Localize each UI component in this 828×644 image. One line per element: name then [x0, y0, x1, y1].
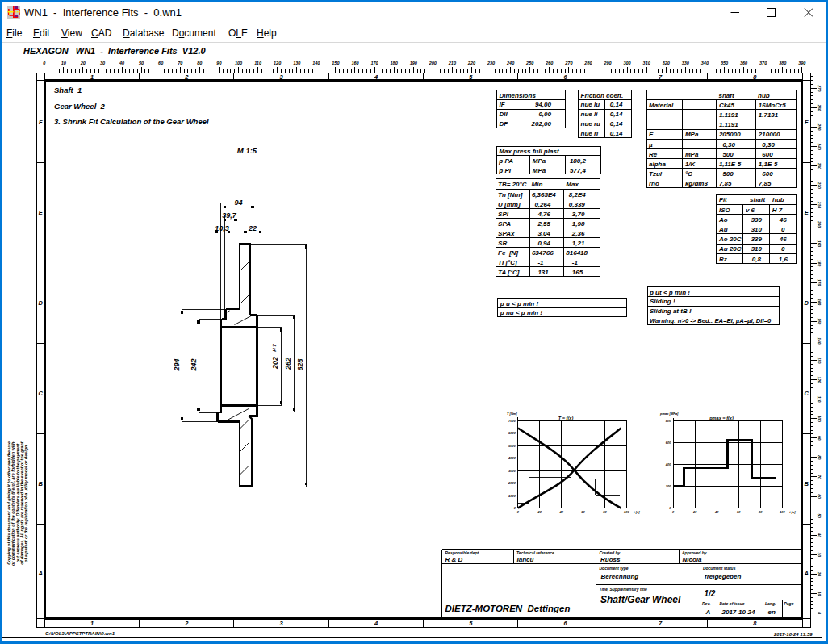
svg-text:0,94: 0,94	[537, 240, 550, 247]
svg-text:D: D	[804, 299, 809, 307]
svg-text:0,8: 0,8	[752, 256, 762, 263]
svg-text:4,76: 4,76	[537, 211, 550, 218]
svg-text:TA [°C]: TA [°C]	[498, 269, 520, 276]
svg-text:alpha: alpha	[649, 161, 666, 168]
svg-text:0,30: 0,30	[762, 141, 775, 148]
svg-text:C: C	[38, 390, 43, 397]
svg-text:SPA: SPA	[498, 220, 511, 228]
svg-text:C:\VOL3\APPSTPTRAIN\0.wn1: C:\VOL3\APPSTPTRAIN\0.wn1	[45, 631, 115, 636]
svg-text:94,00: 94,00	[535, 101, 552, 108]
svg-text:170: 170	[370, 61, 378, 65]
svg-text:Ruoss: Ruoss	[600, 556, 621, 563]
svg-text:20: 20	[817, 571, 821, 577]
svg-text:1,11E-5: 1,11E-5	[719, 161, 742, 168]
svg-text:0: 0	[817, 612, 821, 614]
svg-text:340: 340	[701, 61, 709, 65]
svg-text:1,98: 1,98	[572, 220, 585, 228]
svg-text:339: 339	[751, 236, 763, 243]
svg-text:290: 290	[603, 61, 611, 65]
svg-text:94: 94	[234, 199, 242, 207]
svg-text:Shaft 1: Shaft 1	[54, 86, 82, 94]
svg-text:80: 80	[759, 510, 763, 514]
svg-text:Sliding !: Sliding !	[650, 298, 675, 305]
svg-text:Title, Supplementary title: Title, Supplementary title	[600, 587, 648, 592]
svg-text:pmax [MPa]: pmax [MPa]	[659, 412, 679, 416]
svg-text:60: 60	[581, 510, 585, 514]
svg-text:240: 240	[506, 61, 514, 65]
svg-text:0: 0	[517, 510, 520, 514]
svg-text:310: 310	[751, 245, 763, 253]
svg-text:339: 339	[751, 216, 763, 224]
svg-text:1,6: 1,6	[779, 256, 788, 263]
svg-text:250: 250	[525, 61, 533, 65]
svg-text:°C: °C	[685, 170, 692, 178]
svg-text:B: B	[38, 480, 43, 487]
svg-text:IF: IF	[500, 101, 506, 108]
svg-text:260: 260	[817, 103, 821, 111]
svg-text:310: 310	[751, 226, 763, 233]
svg-text:t [s]: t [s]	[634, 510, 640, 514]
svg-text:Friction coeff.: Friction coeff.	[581, 92, 624, 99]
svg-text:260: 260	[545, 61, 553, 65]
svg-text:202,00: 202,00	[531, 120, 552, 128]
svg-text:MPa: MPa	[533, 167, 546, 174]
svg-text:90: 90	[817, 436, 821, 441]
svg-text:Ck45: Ck45	[719, 102, 735, 109]
svg-text:Date of issue: Date of issue	[719, 601, 744, 606]
svg-text:240: 240	[817, 143, 821, 150]
svg-text:Shaft/Gear Wheel: Shaft/Gear Wheel	[600, 594, 681, 605]
svg-text:3,04: 3,04	[537, 230, 550, 237]
svg-text:40: 40	[714, 510, 719, 514]
svg-text:46: 46	[779, 216, 787, 224]
svg-text:p ut < p min !: p ut < p min !	[649, 289, 690, 296]
svg-text:4: 4	[374, 73, 378, 81]
svg-text:p PI: p PI	[498, 167, 511, 174]
svg-text:1.1191: 1.1191	[719, 111, 738, 119]
svg-text:190: 190	[817, 240, 821, 247]
svg-text:0: 0	[781, 226, 785, 233]
svg-text:10: 10	[61, 61, 66, 65]
svg-text:20: 20	[80, 61, 86, 65]
svg-text:230: 230	[487, 61, 495, 65]
svg-text:180: 180	[391, 61, 398, 65]
svg-text:Material: Material	[649, 102, 674, 109]
svg-text:180: 180	[817, 260, 821, 266]
svg-text:t [s]: t [s]	[789, 510, 796, 514]
svg-text:7000: 7000	[508, 419, 516, 423]
svg-text:140: 140	[817, 337, 821, 344]
svg-text:Document status: Document status	[703, 566, 736, 571]
svg-text:Approved by: Approved by	[681, 550, 707, 555]
svg-text:1.1191: 1.1191	[719, 121, 738, 128]
svg-text:1/2: 1/2	[705, 589, 716, 598]
svg-text:hub: hub	[772, 196, 784, 203]
svg-text:16MnCr5: 16MnCr5	[759, 102, 786, 109]
svg-text:MPa: MPa	[685, 131, 699, 138]
svg-text:TI [°C]: TI [°C]	[498, 259, 517, 266]
svg-text:200: 200	[665, 484, 671, 488]
svg-text:210000: 210000	[758, 131, 780, 138]
svg-text:634766: 634766	[532, 249, 554, 257]
svg-text:800: 800	[666, 419, 671, 423]
svg-text:R & D: R & D	[445, 556, 463, 563]
svg-text:30: 30	[817, 553, 821, 558]
svg-text:6: 6	[564, 620, 568, 627]
svg-text:6000: 6000	[508, 431, 516, 435]
svg-text:Responsible dept.: Responsible dept.	[445, 550, 480, 555]
svg-text:3: 3	[280, 73, 284, 81]
svg-text:2: 2	[184, 73, 189, 81]
svg-text:Max.press.full.plast.: Max.press.full.plast.	[499, 148, 560, 155]
svg-text:B: B	[804, 480, 809, 487]
svg-text:SPAx: SPAx	[498, 230, 515, 237]
svg-text:3000: 3000	[508, 469, 516, 473]
svg-text:Ao 20C: Ao 20C	[718, 236, 742, 243]
svg-text:110: 110	[254, 61, 261, 65]
svg-text:180,2: 180,2	[570, 157, 587, 165]
svg-text:0: 0	[43, 61, 45, 65]
svg-text:2: 2	[184, 620, 189, 627]
svg-text:8: 8	[753, 620, 757, 627]
svg-text:kg/dm3: kg/dm3	[685, 180, 709, 187]
svg-text:U [mm]: U [mm]	[498, 201, 521, 208]
svg-text:165: 165	[572, 269, 583, 276]
svg-text:nue li: nue li	[581, 111, 599, 118]
svg-text:577,4: 577,4	[570, 167, 587, 174]
